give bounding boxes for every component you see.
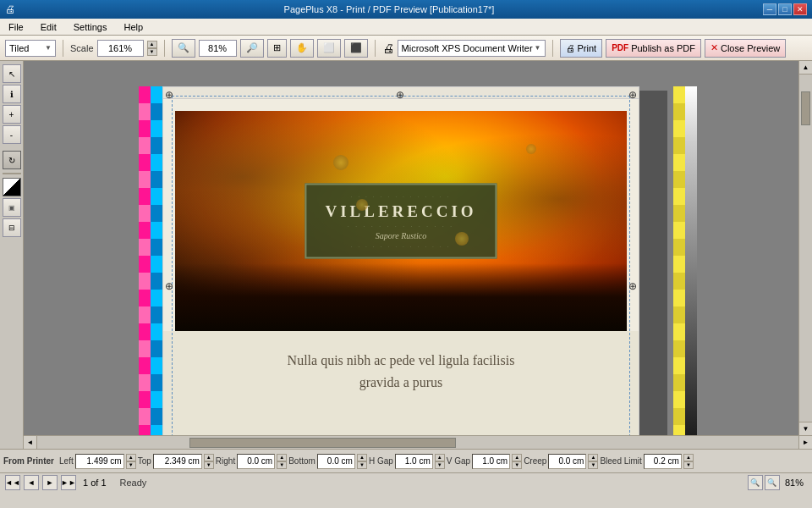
vgap-input[interactable] bbox=[472, 454, 510, 469]
pan-icon: ✋ bbox=[296, 42, 308, 53]
menu-file[interactable]: File bbox=[3, 20, 29, 34]
right-spin-down[interactable]: ▼ bbox=[277, 461, 287, 469]
nav-zoom-in-icon: 🔍 bbox=[767, 478, 776, 487]
zoom-in-btn[interactable]: 🔍 bbox=[240, 39, 264, 58]
tool-divider bbox=[3, 173, 21, 174]
fit-all-btn[interactable]: ⬛ bbox=[344, 39, 368, 58]
right-input[interactable] bbox=[237, 454, 275, 469]
scroll-left-btn[interactable]: ◄ bbox=[24, 436, 37, 450]
top-spin-up[interactable]: ▲ bbox=[204, 454, 214, 461]
tool-rotate[interactable]: ↻ bbox=[3, 151, 21, 169]
scale-label: Scale bbox=[70, 43, 94, 53]
nav-prev-button[interactable]: ◄ bbox=[24, 475, 39, 490]
vgap-spinner[interactable]: ▲ ▼ bbox=[512, 454, 522, 469]
fit-icon: ⊟ bbox=[8, 224, 15, 232]
vertical-scrollbar: ▲ ▼ bbox=[798, 61, 812, 435]
publish-pdf-button[interactable]: PDF Publish as PDF bbox=[606, 39, 701, 58]
left-spin-up[interactable]: ▲ bbox=[126, 454, 136, 461]
vgap-spin-down[interactable]: ▼ bbox=[512, 461, 522, 469]
scale-input[interactable] bbox=[97, 40, 144, 57]
menu-settings[interactable]: Settings bbox=[69, 20, 112, 34]
bottom-spinner[interactable]: ▲ ▼ bbox=[357, 454, 367, 469]
zoom-fit-btn[interactable]: ⊞ bbox=[267, 39, 287, 58]
creep-spin-up[interactable]: ▲ bbox=[588, 454, 598, 461]
tool-zoom-in-icon: + bbox=[9, 110, 14, 119]
tool-zoom-in[interactable]: + bbox=[3, 105, 21, 124]
scroll-right-btn[interactable]: ► bbox=[798, 436, 812, 450]
scale-spin-up[interactable]: ▲ bbox=[147, 41, 157, 48]
left-label: Left bbox=[59, 456, 74, 466]
scale-spin-down[interactable]: ▼ bbox=[147, 48, 157, 56]
menu-edit[interactable]: Edit bbox=[36, 20, 62, 34]
bleed-spin-up[interactable]: ▲ bbox=[683, 454, 694, 461]
tool-pointer[interactable]: ↖ bbox=[3, 64, 21, 83]
body-text-line1: Nulla quis nibh ac pede vel ligula facil… bbox=[288, 353, 515, 367]
right-spinner[interactable]: ▲ ▼ bbox=[277, 454, 287, 469]
pdf-icon: PDF bbox=[612, 43, 628, 52]
close-preview-label: Close Preview bbox=[721, 43, 780, 53]
h-scroll-track bbox=[37, 436, 798, 449]
tool-fit[interactable]: ⊟ bbox=[3, 218, 21, 237]
menu-help[interactable]: Help bbox=[118, 20, 148, 34]
zoom-fit-icon: ⊞ bbox=[273, 42, 281, 53]
tool-info[interactable]: ℹ bbox=[3, 85, 21, 103]
nav-next-button[interactable]: ► bbox=[42, 475, 58, 490]
nav-first-button[interactable]: ◄◄ bbox=[5, 475, 20, 490]
tool-color2[interactable]: ▣ bbox=[3, 198, 21, 217]
hgap-spinner[interactable]: ▲ ▼ bbox=[435, 454, 445, 469]
nav-first-icon: ◄◄ bbox=[5, 478, 20, 487]
maximize-button[interactable]: □ bbox=[778, 3, 792, 15]
window-controls: ─ □ ✕ bbox=[763, 3, 807, 15]
hgap-input[interactable] bbox=[395, 454, 433, 469]
scroll-thumb[interactable] bbox=[801, 91, 810, 125]
top-spinner[interactable]: ▲ ▼ bbox=[204, 454, 214, 469]
layout-dropdown[interactable]: Tiled ▼ bbox=[5, 40, 56, 57]
bleed-spin-down[interactable]: ▼ bbox=[683, 461, 694, 469]
creep-spin-down[interactable]: ▼ bbox=[588, 461, 598, 469]
close-window-button[interactable]: ✕ bbox=[793, 3, 807, 15]
tool-color1[interactable] bbox=[3, 178, 21, 196]
top-input[interactable] bbox=[153, 454, 202, 469]
fit-page-btn[interactable]: ⬜ bbox=[317, 39, 341, 58]
creep-spinner[interactable]: ▲ ▼ bbox=[588, 454, 598, 469]
bleed-input[interactable] bbox=[644, 454, 682, 469]
printer-dropdown[interactable]: Microsoft XPS Document Writer ▼ bbox=[398, 40, 546, 57]
hgap-spin-up[interactable]: ▲ bbox=[435, 454, 445, 461]
close-preview-button[interactable]: ✕ Close Preview bbox=[705, 39, 786, 58]
horizontal-scrollbar: ◄ ► bbox=[24, 435, 812, 449]
left-spin-down[interactable]: ▼ bbox=[126, 461, 136, 469]
window-title: PagePlus X8 - Print / PDF Preview [Publi… bbox=[15, 4, 763, 14]
bottom-input[interactable] bbox=[317, 454, 355, 469]
left-input[interactable] bbox=[75, 454, 124, 469]
creep-input[interactable] bbox=[548, 454, 586, 469]
zoom-input[interactable] bbox=[199, 40, 237, 57]
scroll-down-btn[interactable]: ▼ bbox=[799, 422, 812, 435]
nav-zoom-out-button[interactable]: 🔍 bbox=[748, 475, 763, 490]
bleed-spinner[interactable]: ▲ ▼ bbox=[683, 454, 694, 469]
hgap-spin-down[interactable]: ▼ bbox=[435, 461, 445, 469]
right-spin-up[interactable]: ▲ bbox=[277, 454, 287, 461]
print-button[interactable]: 🖨 Print bbox=[560, 39, 603, 58]
nav-last-button[interactable]: ►► bbox=[61, 475, 76, 490]
brand-title: VILLERECCIO bbox=[325, 202, 476, 221]
color2-icon: ▣ bbox=[8, 204, 15, 212]
sep2 bbox=[164, 40, 165, 57]
bottom-spin-down[interactable]: ▼ bbox=[357, 461, 367, 469]
right-yellow-strip bbox=[673, 86, 685, 435]
bottom-spin-up[interactable]: ▲ bbox=[357, 454, 367, 461]
scale-spinner[interactable]: ▲ ▼ bbox=[147, 41, 157, 56]
nav-prev-icon: ◄ bbox=[28, 478, 36, 487]
minimize-button[interactable]: ─ bbox=[763, 3, 776, 15]
pan-btn[interactable]: ✋ bbox=[290, 39, 314, 58]
left-spinner[interactable]: ▲ ▼ bbox=[126, 454, 136, 469]
vgap-spin-up[interactable]: ▲ bbox=[512, 454, 522, 461]
zoom-in-icon: 🔍 bbox=[246, 42, 258, 53]
scroll-up-btn[interactable]: ▲ bbox=[799, 61, 812, 75]
nav-zoom-out-icon: 🔍 bbox=[750, 478, 760, 487]
nav-zoom-in-button[interactable]: 🔍 bbox=[765, 475, 780, 490]
top-spin-down[interactable]: ▼ bbox=[204, 461, 214, 469]
tool-zoom-out[interactable]: - bbox=[3, 125, 21, 144]
h-scroll-thumb[interactable] bbox=[189, 438, 456, 448]
zoom-out-btn[interactable]: 🔍 bbox=[172, 39, 195, 58]
print-label: Print bbox=[578, 43, 597, 53]
